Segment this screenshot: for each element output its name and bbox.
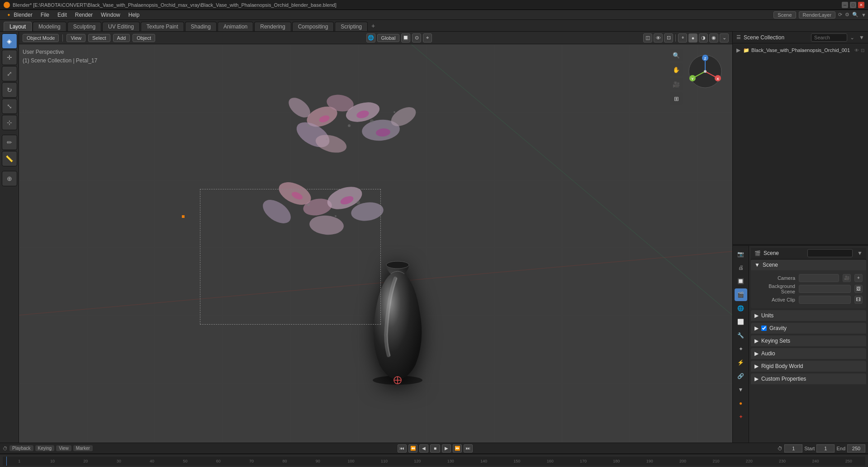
camera-value[interactable] — [799, 274, 839, 282]
minimize-button[interactable]: ─ — [842, 2, 848, 8]
view-layer-tab[interactable]: 🔲 — [735, 275, 747, 288]
menu-file[interactable]: File — [37, 11, 53, 19]
outliner-search-input[interactable] — [811, 33, 847, 42]
view-menu[interactable]: View — [56, 445, 71, 451]
outliner-item-collection[interactable]: ▶ 📁 Black_Vase_with_Phalaenopsis_Orchid_… — [733, 45, 868, 55]
solid-shading-btn[interactable]: ● — [688, 33, 697, 42]
gravity-section-header[interactable]: ▶ Gravity — [751, 323, 866, 334]
modifier-tab[interactable]: 🔧 — [735, 329, 747, 342]
menu-render[interactable]: Render — [71, 11, 96, 19]
global-transform-icon[interactable]: 🌐 — [366, 33, 375, 42]
outliner-options-icon[interactable]: ⌄ — [850, 34, 854, 41]
timeline-track[interactable]: 1 10 20 30 40 50 60 70 80 90 100 110 120… — [0, 454, 868, 467]
end-frame-input[interactable]: 250 — [847, 444, 865, 453]
render-layer-selector[interactable]: RenderLayer — [799, 11, 836, 19]
add-menu[interactable]: Add — [113, 34, 130, 42]
viewport-pan-icon[interactable]: ✋ — [670, 63, 683, 76]
scene-section-header[interactable]: ▼ Scene — [751, 259, 866, 270]
transform-tool-button[interactable]: ⊹ — [2, 115, 17, 130]
active-clip-value[interactable] — [799, 296, 851, 304]
close-button[interactable]: ✕ — [858, 2, 864, 8]
sync-icon[interactable]: ⟳ — [838, 12, 842, 18]
play-button[interactable]: ▶ — [442, 444, 451, 453]
render-props-tab[interactable]: 📷 — [735, 248, 747, 260]
playback-menu[interactable]: Playback — [9, 445, 33, 451]
background-scene-icon[interactable]: 🖼 — [854, 285, 863, 293]
stop-button[interactable]: ■ — [430, 444, 440, 453]
camera-browse-icon[interactable]: 🎥 — [843, 274, 851, 282]
start-frame-input[interactable]: 1 — [816, 444, 835, 453]
output-props-tab[interactable]: 🖨 — [735, 261, 747, 274]
annotate-tool-button[interactable]: ✏ — [2, 135, 17, 150]
visibility-icon[interactable]: 👁 — [854, 48, 859, 53]
object-menu[interactable]: Object — [133, 34, 155, 42]
snap-icon[interactable]: 🔲 — [401, 33, 410, 42]
props-search-input[interactable] — [807, 249, 853, 257]
material-tab[interactable]: ● — [735, 397, 747, 410]
move-tool-button[interactable]: ⤢ — [2, 66, 17, 81]
prev-keyframe-button[interactable]: ⏪ — [408, 444, 417, 453]
marker-menu[interactable]: Marker — [73, 445, 93, 451]
physics-tab[interactable]: ⚡ — [735, 356, 747, 369]
transform-gizmo-icon[interactable]: ⌖ — [423, 33, 432, 42]
rigid-body-header[interactable]: ▶ Rigid Body World — [751, 361, 866, 372]
shaderfx-tab[interactable]: ✦ — [735, 410, 747, 423]
add-primitive-button[interactable]: ⊕ — [2, 171, 17, 186]
tab-texture-paint[interactable]: Texture Paint — [141, 22, 184, 31]
toggle-overlays-icon[interactable]: 👁 — [654, 33, 663, 42]
wireframe-shading-btn[interactable]: ⚬ — [678, 33, 687, 42]
tab-animation[interactable]: Animation — [218, 22, 253, 31]
settings-icon[interactable]: ⚙ — [845, 12, 849, 18]
maximize-button[interactable]: □ — [850, 2, 856, 8]
viewport-camera-icon[interactable]: 🎥 — [670, 78, 683, 90]
tab-layout[interactable]: Layout — [4, 22, 32, 31]
props-filter-icon[interactable]: ▼ — [857, 250, 863, 256]
tab-compositing[interactable]: Compositing — [292, 22, 334, 31]
viewport-canvas[interactable]: User Perspective (1) Scene Collection | … — [19, 44, 732, 443]
filter-icon[interactable]: ▼ — [861, 12, 866, 18]
tab-uv-editing[interactable]: UV Editing — [102, 22, 140, 31]
audio-header[interactable]: ▶ Audio — [751, 348, 866, 359]
camera-new-icon[interactable]: + — [854, 274, 863, 282]
jump-end-button[interactable]: ⏭ — [464, 444, 473, 453]
background-scene-value[interactable] — [799, 285, 851, 293]
xray-toggle-icon[interactable]: ⊡ — [664, 33, 673, 42]
tab-rendering[interactable]: Rendering — [254, 22, 291, 31]
menu-blender[interactable]: 🔸 Blender — [2, 11, 36, 19]
global-selector[interactable]: Global — [377, 34, 400, 42]
constraints-tab[interactable]: 🔗 — [735, 370, 747, 382]
tab-modeling[interactable]: Modeling — [33, 22, 66, 31]
world-tab[interactable]: 🌐 — [735, 302, 747, 315]
jump-start-button[interactable]: ⏮ — [398, 444, 407, 453]
current-frame-input[interactable]: 1 — [784, 444, 802, 453]
active-clip-icon[interactable]: 🎞 — [854, 296, 863, 304]
viewport-3d[interactable]: Object Mode View Select Add Object 🌐 Glo… — [19, 32, 732, 443]
menu-window[interactable]: Window — [97, 11, 124, 19]
units-section-header[interactable]: ▶ Units — [751, 310, 866, 321]
exclude-icon[interactable]: ⊡ — [861, 48, 864, 53]
outliner-filter-icon[interactable]: ▼ — [859, 34, 864, 41]
search-header-icon[interactable]: 🔍 — [852, 12, 859, 18]
scene-props-tab[interactable]: 🎬 — [735, 288, 747, 301]
keying-sets-header[interactable]: ▶ Keying Sets — [751, 335, 866, 346]
add-workspace-button[interactable]: + — [369, 21, 378, 30]
measure-tool-button[interactable]: 📏 — [2, 151, 17, 166]
select-menu[interactable]: Select — [88, 34, 110, 42]
rotate-tool-button[interactable]: ↻ — [2, 82, 17, 98]
tab-shading[interactable]: Shading — [185, 22, 217, 31]
shading-options-icon[interactable]: ⌄ — [720, 33, 729, 42]
object-tab[interactable]: ⬜ — [735, 316, 747, 328]
next-keyframe-button[interactable]: ⏩ — [453, 444, 462, 453]
data-tab[interactable]: ▼ — [735, 383, 747, 396]
tab-sculpting[interactable]: Sculpting — [67, 22, 101, 31]
local-view-icon[interactable]: ◫ — [643, 33, 652, 42]
cursor-tool-button[interactable]: ✛ — [2, 50, 17, 65]
tab-scripting[interactable]: Scripting — [335, 22, 368, 31]
material-shading-btn[interactable]: ◑ — [699, 33, 708, 42]
select-tool-button[interactable]: ◈ — [2, 33, 17, 49]
menu-help[interactable]: Help — [125, 11, 143, 19]
keying-menu[interactable]: Keying — [35, 445, 55, 451]
view-menu[interactable]: View — [66, 34, 85, 42]
scene-selector[interactable]: Scene — [773, 11, 796, 19]
viewport-search-icon[interactable]: 🔍 — [670, 49, 683, 61]
